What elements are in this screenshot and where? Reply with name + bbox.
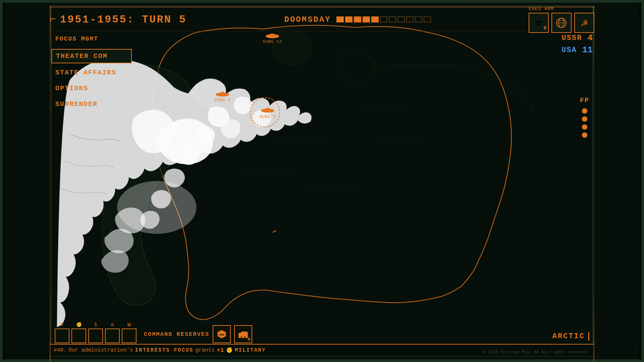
fp-dot-1	[582, 108, 587, 114]
doomsday-bar-9	[406, 16, 414, 22]
subg12-label: SUBG 12	[263, 40, 282, 44]
fist-box	[71, 328, 86, 343]
scores-section: USSR 4 USA 11	[561, 33, 593, 57]
doomsday-label: DOOMSDAY	[284, 15, 331, 24]
gear-box	[105, 328, 120, 343]
sidebar-menu: FOCUS MGMT THEATER COM STATE AFFAIRS OPT…	[51, 33, 132, 113]
usa-value: 11	[582, 45, 593, 55]
subg1-unit[interactable]: SUBG 1	[214, 90, 231, 103]
fp-dot-4	[582, 132, 587, 138]
resource-gear: ⚙	[105, 322, 120, 343]
sidebar-item-theater-com[interactable]: THEATER COM	[51, 49, 132, 63]
eaeu-arm-group: EAEU ARM ☢ 0 ☭	[529, 13, 594, 33]
ussr-label: USSR	[562, 34, 582, 42]
svg-point-21	[242, 336, 245, 338]
svg-rect-4	[271, 34, 274, 36]
usa-score-row: USA 11	[561, 45, 593, 55]
subg1-label: SUBG 1	[214, 98, 230, 103]
right-border	[593, 6, 594, 361]
doomsday-bar-7	[389, 16, 396, 22]
reserve-tank-box[interactable]: 9	[234, 325, 252, 343]
status-number: #40.	[54, 347, 66, 353]
command-reserves-label: COMMAND RESERVES	[144, 331, 209, 338]
sidebar-item-surrender[interactable]: SURRENDER	[51, 98, 132, 111]
header-bottom-border	[50, 31, 594, 32]
subg12-unit[interactable]: SUBG 12	[263, 32, 282, 44]
law-box	[88, 328, 103, 343]
turn-title-container: ⌐ 1951-1955: TURN 5	[50, 13, 186, 26]
top-border	[50, 7, 594, 7]
fp-label: FP	[580, 97, 589, 104]
rub-box	[55, 328, 69, 343]
fp-dot-2	[582, 116, 587, 122]
ussr-score-row: USSR 4	[561, 33, 593, 43]
reserve-count: 9	[248, 337, 250, 342]
nuke-count: 0	[544, 25, 546, 31]
svg-rect-7	[221, 92, 224, 95]
resource-fist: ✊	[71, 322, 86, 343]
gear-icon: ⚙	[111, 322, 114, 327]
command-reserves: COMMAND RESERVES KOR	[144, 325, 252, 343]
doomsday-bars	[336, 16, 431, 22]
sidebar-item-options[interactable]: OPTIONS	[51, 82, 132, 95]
doomsday-bar-2	[345, 16, 353, 22]
globe-icon-box[interactable]	[551, 13, 572, 33]
turn-title: 1951-1955: TURN 5	[60, 13, 186, 26]
doomsday-bar-5	[371, 16, 379, 22]
fp-dot-3	[582, 124, 587, 130]
ussr-value: 4	[587, 33, 593, 43]
nuclear-icon-box[interactable]: ☢ 0	[529, 13, 549, 33]
rub-icon: ₽	[61, 322, 63, 327]
law-icon: §	[94, 322, 97, 327]
usa-label: USA	[561, 46, 577, 54]
arctic-label: ARCTIC	[552, 332, 589, 341]
reserve-unit-box[interactable]: KOR	[213, 325, 231, 343]
sidebar-item-state-affairs[interactable]: STATE AFFAIRS	[51, 66, 132, 79]
bank-box	[122, 328, 137, 343]
svg-point-20	[238, 336, 241, 338]
resource-law: §	[88, 322, 103, 343]
fist-icon: ✊	[76, 322, 82, 327]
doomsday-bar-4	[363, 16, 370, 22]
svg-rect-19	[245, 332, 248, 333]
doomsday-bar-8	[397, 16, 405, 22]
hammer-sickle-icon: ☭	[581, 17, 587, 29]
fp-section: FP	[580, 97, 589, 138]
status-value: +1	[217, 347, 224, 354]
top-bar: ⌐ 1951-1955: TURN 5 DOOMSDAY EAEU ARM	[50, 9, 594, 29]
doomsday-bar-10	[415, 16, 422, 22]
sidebar-item-focus-mgmt[interactable]: FOCUS MGMT	[51, 33, 132, 45]
eaeu-arm-label: EAEU ARM	[529, 6, 554, 11]
svg-text:KOR: KOR	[219, 333, 224, 336]
svg-rect-18	[241, 331, 246, 334]
hammer-sickle-icon-box[interactable]: ☭	[574, 13, 594, 33]
doomsday-section: DOOMSDAY	[284, 15, 431, 24]
copyright: © 2018 Strategy Mill AB All rights reser…	[483, 350, 589, 355]
main-screen: SUBG 12 SUBG 1 SUBG 2 ⌐	[0, 0, 644, 362]
bank-icon: 🏛	[127, 322, 131, 327]
bracket-left: ⌐	[50, 13, 57, 26]
svg-point-2	[117, 181, 196, 234]
doomsday-bar-1	[336, 16, 344, 22]
resource-section: ₽ ✊ § ⚙ 🏛 COMMAND RESERVES	[55, 322, 252, 343]
left-border	[50, 6, 51, 361]
status-text2: grants	[195, 347, 215, 353]
status-highlight2: MILITARY	[235, 347, 266, 353]
resource-rub: ₽	[55, 322, 69, 343]
status-text1: Our administration's	[68, 347, 133, 353]
status-highlight1: INTERESTS FOCUS	[135, 347, 193, 353]
military-icon: ✊	[226, 347, 233, 354]
doomsday-bar-11	[424, 16, 431, 22]
doomsday-bar-6	[380, 16, 387, 22]
subg2-unit[interactable]: SUBG 2	[259, 107, 276, 119]
resource-bank: 🏛	[122, 322, 137, 343]
doomsday-bar-3	[354, 16, 361, 22]
